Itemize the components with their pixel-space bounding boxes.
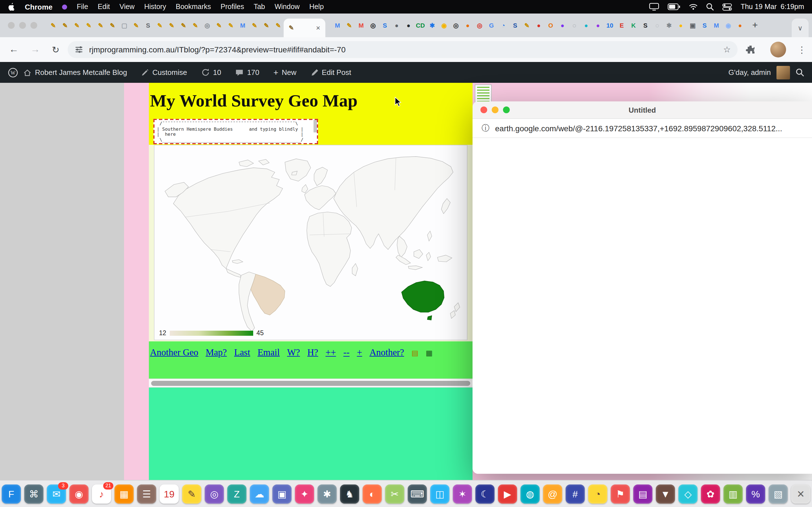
browser-tab[interactable]: S	[699, 13, 711, 37]
region-greenland[interactable]	[285, 159, 311, 181]
dock-icon[interactable]: ▦	[114, 485, 134, 504]
browser-tab[interactable]: ✎	[260, 13, 272, 37]
chrome-menu-icon[interactable]: ⋮	[797, 37, 806, 62]
window-minimize-button[interactable]	[492, 107, 499, 113]
browser-tab[interactable]: ✎	[272, 13, 284, 37]
browser-tab[interactable]: M	[332, 13, 343, 37]
browser-tab[interactable]: ✎	[95, 13, 107, 37]
dock-icon[interactable]: @	[543, 485, 562, 504]
apple-icon[interactable]	[8, 3, 15, 11]
link-icon[interactable]: ▤	[411, 349, 418, 356]
browser-tab[interactable]: ◎	[201, 13, 213, 37]
browser-tab[interactable]: ✎	[154, 13, 166, 37]
browser-tab[interactable]: ✱	[663, 13, 675, 37]
dock-icon[interactable]: ◉	[69, 485, 89, 504]
dock-icon[interactable]: ☾	[475, 485, 495, 504]
control-center-icon[interactable]	[723, 3, 732, 10]
browser-tab[interactable]: S	[640, 13, 651, 37]
region-north-america[interactable]	[173, 168, 283, 269]
browser-tab[interactable]: ●	[391, 13, 403, 37]
dock-icon[interactable]: ⚑	[611, 485, 630, 504]
wp-search-icon[interactable]	[796, 68, 804, 76]
back-button[interactable]: ←	[9, 37, 18, 62]
dock-icon[interactable]: ▧	[769, 485, 788, 504]
menubar-clock[interactable]: Thu 19 Mar 6:19pm	[741, 3, 804, 11]
browser-tab[interactable]: ✎	[177, 13, 190, 37]
dock-icon[interactable]: ◎	[205, 485, 224, 504]
browser-tab[interactable]: ●	[533, 13, 545, 37]
wp-comments-link[interactable]: 170	[235, 68, 259, 76]
dock-icon[interactable]: #	[566, 485, 585, 504]
menubar-menu[interactable]: View	[119, 3, 135, 11]
browser-tab[interactable]: ●	[557, 13, 568, 37]
content-link[interactable]: --	[343, 347, 350, 358]
browser-tab[interactable]: ●	[734, 13, 746, 37]
browser-tab[interactable]: ●	[592, 13, 604, 37]
content-link[interactable]: Another?	[369, 347, 404, 358]
dock-icon[interactable]: ◫	[430, 485, 449, 504]
dock-icon[interactable]: F	[2, 485, 21, 504]
tab-search-chevron-icon[interactable]: ∨	[792, 18, 809, 37]
browser-tab[interactable]: ✱	[426, 13, 438, 37]
dock-icon[interactable]: ▣	[272, 485, 292, 504]
browser-tab[interactable]: ✎	[343, 13, 355, 37]
content-link[interactable]: Another Geo	[150, 347, 198, 358]
menubar-menu[interactable]: Window	[274, 3, 300, 11]
dock-icon[interactable]: ☁	[250, 485, 269, 504]
browser-tab[interactable]: O	[545, 13, 557, 37]
dock-icon[interactable]: ☰	[137, 485, 156, 504]
menubar-menu[interactable]: Help	[309, 3, 324, 11]
dock-icon[interactable]: ▼	[656, 485, 675, 504]
dock-icon[interactable]: ▤	[633, 485, 652, 504]
browser-tab[interactable]: S	[142, 13, 154, 37]
dock-icon[interactable]: ✂	[385, 485, 404, 504]
region-europe[interactable]	[305, 186, 336, 210]
browser-tab[interactable]: K	[627, 13, 640, 37]
window-zoom-button[interactable]	[503, 107, 510, 113]
address-bar[interactable]: rjmprogramming.com.au/ITblog/?p=72374&pr…	[68, 41, 738, 58]
browser-tab[interactable]: ◉	[438, 13, 450, 37]
content-link[interactable]: +	[357, 347, 362, 358]
info-icon[interactable]: ⓘ	[481, 123, 490, 133]
content-link[interactable]: ++	[326, 347, 336, 358]
browser-tab[interactable]: ✎	[47, 13, 59, 37]
content-link[interactable]: Email	[257, 347, 280, 358]
horizontal-scrollbar-track[interactable]	[149, 379, 472, 388]
wp-new-link[interactable]: + New	[273, 68, 297, 77]
untitled-window-urlbar[interactable]: ⓘ earth.google.com/web/@-2116.1972581353…	[472, 119, 812, 138]
dock-icon[interactable]: ♞	[340, 485, 359, 504]
wp-edit-post-link[interactable]: Edit Post	[310, 68, 351, 76]
dock-icon[interactable]: ◔	[588, 485, 607, 504]
menubar-menu[interactable]: History	[144, 3, 166, 11]
wp-greeting[interactable]: G'day, admin	[728, 68, 771, 76]
browser-tab[interactable]: ✎	[59, 13, 71, 37]
browser-tab[interactable]: S	[509, 13, 521, 37]
window-minimize-button[interactable]	[19, 22, 26, 29]
dock-icon[interactable]: ✿	[701, 485, 720, 504]
menubar-menu[interactable]: Bookmarks	[175, 3, 211, 11]
dock-icon[interactable]: ✱	[317, 485, 337, 504]
wp-customise-link[interactable]: Customise	[141, 68, 187, 76]
admin-avatar[interactable]	[776, 66, 790, 79]
dock-icon[interactable]: %	[746, 485, 765, 504]
dock-icon[interactable]: ✎	[182, 485, 201, 504]
dock-icon[interactable]: 19	[160, 485, 179, 504]
dock-icon[interactable]: ◐	[363, 485, 382, 504]
menubar-menu[interactable]: File	[77, 3, 88, 11]
content-link[interactable]: Map?	[206, 347, 227, 358]
browser-tab[interactable]: G	[486, 13, 497, 37]
wp-site-name[interactable]: Robert James Metcalfe Blog	[23, 68, 127, 76]
dock-icon[interactable]: ▥	[723, 485, 743, 504]
browser-tab[interactable]: E	[616, 13, 627, 37]
content-link[interactable]: H?	[307, 347, 318, 358]
browser-tab[interactable]: ◎	[450, 13, 462, 37]
url-text[interactable]: rjmprogramming.com.au/ITblog/?p=72374&pr…	[89, 45, 346, 54]
horizontal-scrollbar-thumb[interactable]	[151, 381, 470, 386]
textarea-scrollbar[interactable]	[313, 120, 317, 132]
dock-icon[interactable]: ✕	[791, 485, 810, 504]
wp-updates-link[interactable]: 10	[201, 68, 221, 76]
menubar-menu[interactable]: Profiles	[220, 3, 244, 11]
browser-tab[interactable]: ●	[403, 13, 414, 37]
browser-tab[interactable]: M	[237, 13, 249, 37]
dock-icon[interactable]: ✶	[453, 485, 472, 504]
